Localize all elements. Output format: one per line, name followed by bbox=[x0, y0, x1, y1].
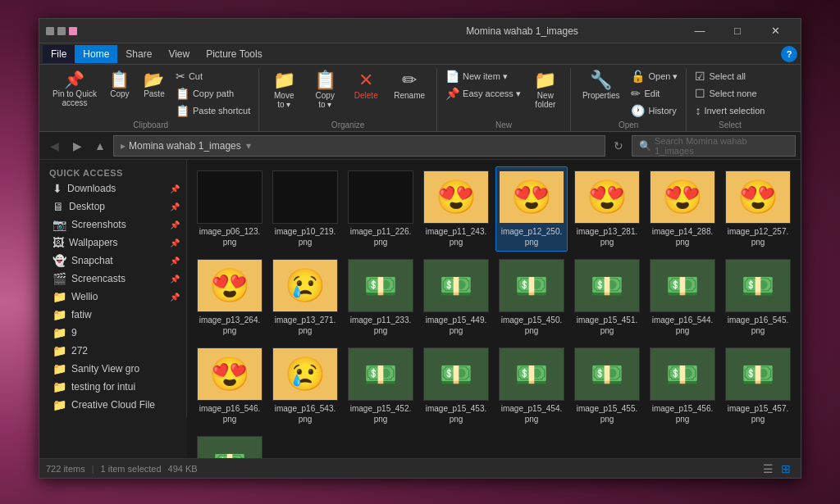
file-name: image_p15_457.png bbox=[726, 403, 790, 425]
file-name: image_p14_288.png bbox=[651, 226, 714, 247]
menu-item-view[interactable]: View bbox=[160, 45, 198, 63]
sidebar-item-sanity[interactable]: 📁 Sanity View gro bbox=[39, 360, 186, 378]
file-item[interactable]: image_p10_219.png bbox=[269, 166, 341, 252]
sidebar-item-screencasts[interactable]: 🎬 Screencasts 📌 bbox=[39, 270, 186, 288]
open-button[interactable]: 🔓 Open ▾ bbox=[628, 68, 681, 84]
new-item-button[interactable]: 📄 New item ▾ bbox=[442, 68, 524, 84]
new-folder-button[interactable]: 📁 Newfolder bbox=[526, 68, 565, 112]
file-item[interactable]: 😍image_p13_264.png bbox=[194, 255, 266, 340]
minimize-button[interactable]: — bbox=[681, 19, 719, 43]
menu-item-picture-tools[interactable]: Picture Tools bbox=[198, 45, 270, 63]
file-thumbnail: 💵 bbox=[499, 259, 564, 312]
select-none-button[interactable]: ☐ Select none bbox=[692, 85, 768, 102]
sidebar-item-fatiw-label: fatiw bbox=[71, 309, 92, 320]
delete-button[interactable]: ✕ Delete bbox=[346, 68, 386, 103]
selection-info: 1 item selected bbox=[101, 464, 162, 474]
close-button[interactable]: ✕ bbox=[756, 19, 794, 43]
sidebar-item-sanity-label: Sanity View gro bbox=[71, 363, 139, 375]
maximize-button[interactable]: □ bbox=[719, 19, 756, 43]
file-item[interactable]: 😢image_p13_271.png bbox=[269, 255, 341, 340]
easy-access-button[interactable]: 📌 Easy access ▾ bbox=[442, 85, 524, 102]
paste-shortcut-button[interactable]: 📋 Paste shortcut bbox=[172, 102, 253, 119]
address-field[interactable]: ▸ Momina wahab 1_images ▾ bbox=[113, 135, 605, 157]
sidebar-item-downloads[interactable]: ⬇ Downloads 📌 bbox=[39, 179, 186, 198]
rename-button[interactable]: ✏ Rename bbox=[387, 68, 431, 103]
copy-icon: 📋 bbox=[109, 71, 130, 88]
file-item[interactable]: 😍image_p13_281.png bbox=[571, 166, 643, 252]
file-item[interactable]: 💵image_p15_455.png bbox=[571, 343, 643, 429]
file-item[interactable]: 💵image_p16_544.png bbox=[646, 255, 719, 340]
address-path: Momina wahab 1_images bbox=[129, 140, 241, 152]
list-view-button[interactable]: ☰ bbox=[760, 461, 776, 477]
sidebar-item-desktop[interactable]: 🖥 Desktop 📌 bbox=[39, 198, 186, 216]
search-placeholder: Search Momina wahab 1_images bbox=[655, 136, 788, 156]
file-item[interactable]: 💵image_p15_454.png bbox=[495, 343, 568, 429]
sidebar-item-9[interactable]: 📁 9 bbox=[39, 324, 186, 342]
edit-button[interactable]: ✏ Edit bbox=[628, 85, 681, 102]
cut-button[interactable]: ✂ Cut bbox=[172, 68, 253, 84]
sidebar-item-wellio[interactable]: 📁 Wellio 📌 bbox=[39, 288, 186, 306]
search-field[interactable]: 🔍 Search Momina wahab 1_images bbox=[632, 135, 796, 157]
file-name: image_p12_250.png bbox=[500, 226, 564, 247]
sidebar-item-272[interactable]: 📁 272 bbox=[39, 342, 186, 360]
select-label: Select bbox=[719, 119, 742, 131]
file-item[interactable]: 💵image_p16_545.png bbox=[722, 255, 794, 340]
file-item[interactable]: 💵image_p15_453.png bbox=[420, 343, 492, 429]
title-icon-2 bbox=[57, 27, 66, 35]
file-item[interactable]: 😍image_p12_250.png bbox=[495, 166, 568, 252]
sidebar-item-fatiw[interactable]: 📁 fatiw bbox=[39, 306, 186, 324]
pin-indicator-3: 📌 bbox=[170, 220, 180, 229]
file-item[interactable]: 💵image_p15_457.png bbox=[722, 343, 794, 429]
select-all-button[interactable]: ☑ Select all bbox=[692, 68, 768, 84]
file-name: image_p15_454.png bbox=[500, 403, 564, 425]
sidebar-item-creative-cloud[interactable]: 📁 Creative Cloud File bbox=[39, 396, 186, 414]
file-item[interactable]: 💵image_p15_449.png bbox=[420, 255, 492, 340]
menu-item-home[interactable]: Home bbox=[75, 45, 117, 63]
file-item[interactable]: 💵image_p15_458.png bbox=[194, 432, 266, 458]
file-thumbnail: 💵 bbox=[725, 259, 791, 312]
folder-272-icon: 📁 bbox=[52, 344, 66, 357]
refresh-button[interactable]: ↻ bbox=[609, 136, 628, 156]
file-item[interactable]: 😍image_p12_257.png bbox=[722, 166, 794, 252]
up-button[interactable]: ▲ bbox=[90, 136, 110, 156]
file-item[interactable]: 😍image_p16_546.png bbox=[194, 343, 266, 429]
window-controls: — □ ✕ bbox=[681, 19, 794, 43]
copy-button[interactable]: 📋 Copy bbox=[103, 68, 136, 102]
copy-to-button[interactable]: 📋 Copyto ▾ bbox=[305, 68, 345, 112]
file-item[interactable]: 💵image_p11_233.png bbox=[345, 255, 417, 340]
sidebar-item-wallpapers[interactable]: 🖼 Wallpapers 📌 bbox=[39, 234, 186, 252]
search-icon: 🔍 bbox=[639, 140, 651, 152]
back-button[interactable]: ◀ bbox=[44, 136, 64, 156]
menu-item-file[interactable]: File bbox=[43, 45, 75, 63]
grid-view-button[interactable]: ⊞ bbox=[778, 461, 794, 477]
paste-button[interactable]: 📂 Paste bbox=[138, 68, 171, 102]
file-item[interactable]: 😍image_p14_288.png bbox=[646, 166, 719, 252]
file-name: image_p12_257.png bbox=[726, 226, 790, 247]
invert-selection-button[interactable]: ↕ Invert selection bbox=[692, 102, 768, 119]
sidebar-item-snapchat[interactable]: 👻 Snapchat 📌 bbox=[39, 252, 186, 270]
sidebar-item-testing[interactable]: 📁 testing for intui bbox=[39, 378, 186, 396]
main-content: Quick access ⬇ Downloads 📌 🖥 Desktop 📌 📷… bbox=[39, 160, 801, 458]
organize-label: Organize bbox=[331, 119, 365, 131]
move-to-button[interactable]: 📁 Moveto ▾ bbox=[264, 68, 304, 112]
ribbon-select-content: ☑ Select all ☐ Select none ↕ Invert sele… bbox=[692, 68, 768, 119]
file-item[interactable]: image_p06_123.png bbox=[194, 166, 266, 252]
file-item[interactable]: 😍image_p11_243.png bbox=[420, 166, 492, 252]
file-item[interactable]: image_p11_226.png bbox=[345, 166, 417, 252]
file-item[interactable]: 💵image_p15_450.png bbox=[495, 255, 568, 340]
copy-path-button[interactable]: 📋 Copy path bbox=[172, 85, 253, 102]
history-button[interactable]: 🕐 History bbox=[628, 102, 681, 119]
forward-button[interactable]: ▶ bbox=[67, 136, 87, 156]
menu-item-share[interactable]: Share bbox=[117, 45, 160, 63]
file-item[interactable]: 😢image_p16_543.png bbox=[269, 343, 341, 429]
file-item[interactable]: 💵image_p15_456.png bbox=[646, 343, 719, 429]
properties-button[interactable]: 🔧 Properties bbox=[576, 68, 627, 103]
file-item[interactable]: 💵image_p15_452.png bbox=[345, 343, 417, 429]
sidebar-item-screenshots[interactable]: 📷 Screenshots 📌 bbox=[39, 216, 186, 234]
file-item[interactable]: 💵image_p15_451.png bbox=[571, 255, 643, 340]
help-button[interactable]: ? bbox=[781, 46, 797, 62]
address-dropdown[interactable]: ▾ bbox=[241, 140, 256, 152]
pin-to-quick-access-button[interactable]: 📌 Pin to Quickaccess bbox=[48, 68, 102, 111]
edit-icon: ✏ bbox=[631, 87, 641, 100]
move-to-icon: 📁 bbox=[273, 71, 295, 89]
